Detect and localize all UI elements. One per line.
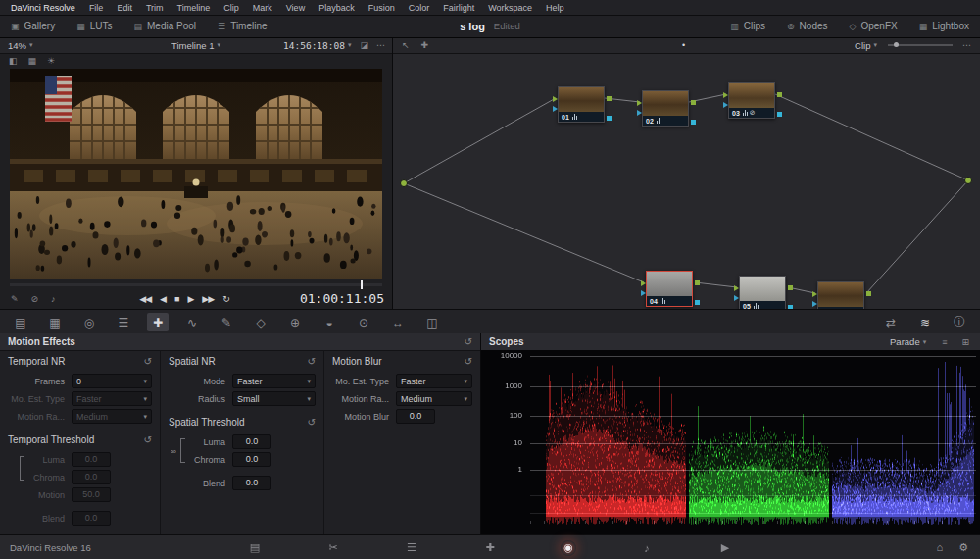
luts-button[interactable]: ▦ LUTs: [66, 15, 122, 37]
menu-item[interactable]: DaVinci Resolve: [4, 3, 82, 13]
scope-settings-icon[interactable]: ≡: [939, 337, 950, 347]
node-canvas[interactable]: 01 02: [393, 53, 980, 309]
menu-item[interactable]: Trim: [139, 3, 171, 13]
color-wheels-icon[interactable]: ◎: [78, 313, 100, 331]
slider-knob[interactable]: [894, 42, 899, 47]
node-zoom-slider[interactable]: [888, 44, 953, 46]
project-home-icon[interactable]: ⌂: [936, 541, 943, 554]
spatial-mode-dropdown[interactable]: Faster ▾: [232, 374, 316, 388]
output-port[interactable]: [965, 178, 972, 184]
info-icon[interactable]: ⓘ: [949, 313, 970, 331]
window-icon[interactable]: ◇: [250, 313, 271, 331]
curves-icon[interactable]: ∿: [181, 313, 203, 331]
rgb-output-port[interactable]: [607, 96, 612, 101]
color-node[interactable]: 02: [642, 90, 689, 127]
loop-button[interactable]: ↻: [222, 294, 229, 304]
menu-item[interactable]: Workspace: [481, 3, 539, 13]
blur-motion-est-dropdown[interactable]: Faster ▾: [396, 374, 472, 388]
key-input-port[interactable]: [734, 295, 739, 301]
fusion-page[interactable]: ✚: [482, 540, 498, 556]
color-node[interactable]: 06: [817, 281, 864, 309]
picker-icon[interactable]: ✎: [8, 294, 22, 304]
key-input-port[interactable]: [812, 301, 817, 307]
play-button[interactable]: ▶: [187, 294, 193, 304]
settings-gear-icon[interactable]: ⚙: [958, 541, 968, 554]
spatial-radius-dropdown[interactable]: Small ▾: [232, 391, 316, 406]
temporal-motion-field[interactable]: 50.0: [72, 487, 111, 502]
section-reset-icon[interactable]: ↺: [144, 434, 152, 445]
section-reset-icon[interactable]: ↺: [465, 356, 472, 367]
scopes-icon[interactable]: ≋: [914, 313, 936, 331]
rgb-input-port[interactable]: [723, 92, 728, 98]
key-output-port[interactable]: [607, 116, 612, 121]
blur-icon[interactable]: ◒: [318, 313, 340, 331]
menu-item[interactable]: Edit: [110, 3, 139, 13]
media-page[interactable]: ▤: [247, 540, 263, 556]
temporal-motion-est-dropdown[interactable]: Faster ▾: [72, 391, 152, 406]
temporal-motion-range-dropdown[interactable]: Medium ▾: [72, 409, 152, 424]
timeline-button[interactable]: ☰ Timeline: [207, 15, 278, 37]
step-back-button[interactable]: ◀: [160, 294, 166, 304]
video-viewer[interactable]: [10, 69, 382, 280]
pan-tool-icon[interactable]: ✚: [418, 40, 432, 50]
frames-dropdown[interactable]: 0 ▾: [72, 374, 152, 388]
nodes-button[interactable]: ⊚ Nodes: [776, 15, 838, 37]
bypass-icon[interactable]: ⊘: [28, 294, 42, 304]
viewer-scrubber[interactable]: [10, 283, 382, 286]
audio-icon[interactable]: ♪: [48, 294, 59, 304]
color-node[interactable]: 04: [646, 271, 693, 307]
media-pool-button[interactable]: ▤ Media Pool: [123, 15, 208, 37]
pointer-tool-icon[interactable]: ↖: [399, 40, 413, 50]
section-reset-icon[interactable]: ↺: [308, 356, 316, 367]
temporal-blend-field[interactable]: 0.0: [72, 511, 111, 526]
rgb-mixer-icon[interactable]: ☰: [113, 313, 134, 331]
key-input-port[interactable]: [553, 106, 558, 112]
lightbox-button[interactable]: ▦ Lightbox: [908, 15, 980, 37]
fairlight-page[interactable]: ♪: [639, 540, 655, 556]
scope-type-dropdown[interactable]: Parade ▾: [886, 336, 930, 347]
key-output-port[interactable]: [695, 300, 700, 305]
openfx-button[interactable]: ◇ OpenFX: [839, 15, 908, 37]
menu-item[interactable]: Mark: [246, 3, 279, 13]
section-reset-icon[interactable]: ↺: [144, 356, 152, 367]
color-node[interactable]: 03 ⊘: [728, 82, 775, 119]
more-options-icon[interactable]: ⋯: [373, 40, 388, 50]
next-clip-button[interactable]: ▶▶: [202, 294, 214, 304]
split-screen-icon[interactable]: ⇄: [880, 313, 902, 331]
wipe-mode-icon[interactable]: ◧: [6, 56, 21, 66]
stereo-3d-icon[interactable]: ◫: [421, 313, 443, 331]
key-input-port[interactable]: [723, 102, 728, 108]
source-port[interactable]: [401, 180, 408, 187]
timecode-dropdown[interactable]: 14:56:18:08 ▾: [279, 40, 355, 51]
color-node[interactable]: 05: [739, 276, 786, 309]
rgb-input-port[interactable]: [734, 285, 739, 291]
temporal-luma-field[interactable]: 0.0: [72, 452, 111, 467]
sizing-icon[interactable]: ↔: [387, 313, 409, 331]
edit-page[interactable]: ☰: [404, 540, 419, 556]
node-more-icon[interactable]: ⋯: [959, 40, 974, 50]
key-icon[interactable]: ⊙: [353, 313, 374, 331]
scope-expand-icon[interactable]: ⊞: [958, 337, 972, 347]
highlight-icon[interactable]: ☀: [44, 56, 58, 66]
rgb-input-port[interactable]: [637, 100, 642, 106]
wipe-icon[interactable]: ◪: [357, 40, 371, 50]
spatial-luma-field[interactable]: 0.0: [232, 434, 271, 449]
color-page[interactable]: ◉: [561, 540, 576, 556]
section-reset-icon[interactable]: ↺: [308, 417, 316, 428]
menu-item[interactable]: Playback: [312, 3, 362, 13]
split-view-icon[interactable]: ▦: [25, 56, 40, 66]
clips-button[interactable]: ▥ Clips: [719, 15, 776, 37]
menu-item[interactable]: Clip: [217, 3, 246, 13]
menu-item[interactable]: Timeline: [171, 3, 218, 13]
spatial-blend-field[interactable]: 0.0: [232, 476, 271, 490]
key-output-port[interactable]: [777, 112, 782, 117]
rgb-input-port[interactable]: [553, 96, 558, 102]
menu-item[interactable]: Color: [402, 3, 437, 13]
menu-item[interactable]: Fairlight: [436, 3, 481, 13]
camera-raw-icon[interactable]: ▤: [10, 313, 31, 331]
cut-page[interactable]: ✂: [325, 540, 341, 556]
previous-clip-button[interactable]: ◀◀: [139, 294, 151, 304]
rgb-input-port[interactable]: [812, 291, 817, 297]
motion-effects-icon[interactable]: ✚: [147, 313, 169, 331]
tracker-icon[interactable]: ⊕: [284, 313, 306, 331]
